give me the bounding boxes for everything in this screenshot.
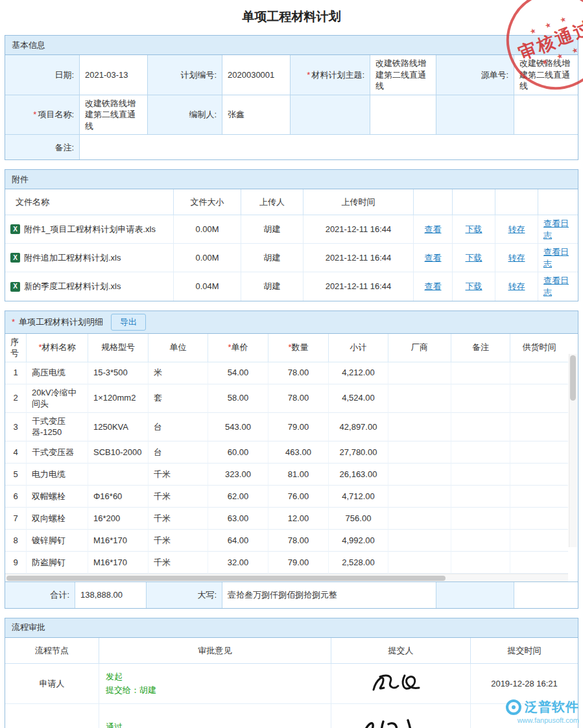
vendor <box>388 486 451 508</box>
spec: 16*200 <box>88 508 149 530</box>
col-submitter: 提交人 <box>331 638 471 664</box>
opinion-line-1: 通过 <box>106 722 123 728</box>
spec: Φ16*60 <box>88 486 149 508</box>
vertical-scrollbar-thumb[interactable] <box>570 355 576 401</box>
attachment-row: X附件1_项目工程材料计划申请表.xls 0.00M 胡建 2021-12-11… <box>5 215 578 244</box>
material-row: 7 双向螺栓 16*200 千米 63.00 12.00 756.00 <box>5 508 568 530</box>
col-submit-time: 提交时间 <box>471 638 578 664</box>
author-value: 张鑫 <box>222 95 291 135</box>
col-vendor: 厂商 <box>388 334 451 362</box>
subtotal: 27,780.00 <box>329 441 388 464</box>
remark <box>451 441 510 464</box>
vendor <box>388 413 451 441</box>
approval-section-header: 流程审批 <box>5 618 578 638</box>
file-size: 0.00M <box>174 215 241 244</box>
vendor <box>388 530 451 552</box>
file-size: 0.00M <box>174 244 241 272</box>
material-name: 双向螺栓 <box>27 508 88 530</box>
spec: 15-3*500 <box>88 362 149 384</box>
upload-time: 2021-12-11 16:44 <box>303 244 414 272</box>
empty-value-cell <box>370 95 436 135</box>
col-quantity: *数量 <box>268 334 329 362</box>
quantity: 12.00 <box>268 508 329 530</box>
view-log-link[interactable]: 查看日志 <box>543 246 573 269</box>
uploader: 胡建 <box>241 272 303 300</box>
material-name: 电力电缆 <box>27 464 88 486</box>
remark <box>451 508 510 530</box>
details-section: * 单项工程材料计划明细 导出 序号 *材料名称 规格型号 单位 *单价 *数量… <box>5 311 578 609</box>
col-subtotal: 小计 <box>329 334 388 362</box>
export-button[interactable]: 导出 <box>111 314 146 331</box>
basic-info-section-title: 基本信息 <box>12 40 45 51</box>
subtotal: 42,897.00 <box>329 413 388 441</box>
remark-label: 备注: <box>5 135 80 159</box>
quantity: 79.00 <box>268 552 329 574</box>
date-label: 日期: <box>5 55 80 95</box>
supply-time <box>510 486 568 508</box>
spec <box>88 464 149 486</box>
col-file-name: 文件名称 <box>5 189 174 215</box>
signature-image <box>346 714 456 728</box>
vendor <box>388 384 451 413</box>
seq: 4 <box>5 441 27 464</box>
subtotal: 26,163.00 <box>329 464 388 486</box>
download-link[interactable]: 下载 <box>466 224 482 235</box>
watermark-url: www.fanpusoft.com <box>506 716 579 724</box>
quantity: 78.00 <box>268 530 329 552</box>
seq: 9 <box>5 552 27 574</box>
page: ★ ★ ★ 审核通过 ★ ★ ★ 单项工程材料计划 基本信息 日期: 2021-… <box>0 0 583 728</box>
save-as-link[interactable]: 转存 <box>508 224 525 235</box>
source-no-label: 源单号: <box>436 55 514 95</box>
supply-time <box>510 464 568 486</box>
save-as-link[interactable]: 转存 <box>508 252 525 264</box>
seq: 2 <box>5 384 27 413</box>
horizontal-scrollbar[interactable] <box>5 574 568 581</box>
view-log-link[interactable]: 查看日志 <box>543 218 573 241</box>
project-name-label: *项目名称: <box>5 95 80 135</box>
vendor <box>388 362 451 384</box>
uploader: 胡建 <box>241 215 303 244</box>
supply-time <box>510 384 568 413</box>
author-label: 编制人: <box>148 95 222 135</box>
spec: 1×120mm2 <box>88 384 149 413</box>
view-log-link[interactable]: 查看日志 <box>543 275 573 298</box>
col-unit-price-text: 单价 <box>232 342 248 353</box>
download-link[interactable]: 下载 <box>466 252 482 264</box>
file-name: 附件1_项目工程材料计划申请表.xls <box>24 224 156 235</box>
save-as-link[interactable]: 转存 <box>508 281 525 292</box>
vertical-scrollbar[interactable] <box>569 354 577 547</box>
basic-info-row-2: *项目名称: 改建铁路线增建第二线直通线 编制人: 张鑫 <box>5 95 578 135</box>
vendor <box>388 508 451 530</box>
attachment-row: X新的季度工程材料计划.xls 0.04M 胡建 2021-12-11 16:4… <box>5 272 578 300</box>
material-name: 防盗脚钉 <box>27 552 88 574</box>
view-link[interactable]: 查看 <box>425 252 442 264</box>
view-link[interactable]: 查看 <box>425 281 442 292</box>
material-name: 双帽螺栓 <box>27 486 88 508</box>
download-link[interactable]: 下载 <box>466 281 482 292</box>
col-upload-time: 上传时间 <box>303 189 414 215</box>
col-flow-node: 流程节点 <box>5 638 99 664</box>
material-name: 高压电缆 <box>27 362 88 384</box>
fanpu-logo-icon <box>506 699 521 715</box>
supply-time <box>510 441 568 464</box>
subtotal: 756.00 <box>329 508 388 530</box>
horizontal-scrollbar-thumb[interactable] <box>6 576 446 581</box>
col-supply-time: 供货时间 <box>510 334 568 362</box>
required-marker: * <box>12 317 15 327</box>
empty-label-cell <box>436 95 514 135</box>
col-file-size: 文件大小 <box>174 189 241 215</box>
view-link[interactable]: 查看 <box>425 224 442 235</box>
seq: 5 <box>5 464 27 486</box>
material-row: 4 干式变压器 SCB10-2000 台 60.00 463.00 27,780… <box>5 441 568 464</box>
col-action-empty <box>414 189 453 215</box>
unit: 千米 <box>149 552 208 574</box>
col-remark: 备注 <box>451 334 510 362</box>
remark <box>451 384 510 413</box>
material-row: 3 干式变压器-1250 1250KVA 台 543.00 79.00 42,8… <box>5 413 568 441</box>
excel-file-icon: X <box>10 282 20 292</box>
remark <box>451 464 510 486</box>
attachments-section-title: 附件 <box>12 174 29 185</box>
seq: 3 <box>5 413 27 441</box>
vendor <box>388 441 451 464</box>
material-name: 干式变压器-1250 <box>27 413 88 441</box>
